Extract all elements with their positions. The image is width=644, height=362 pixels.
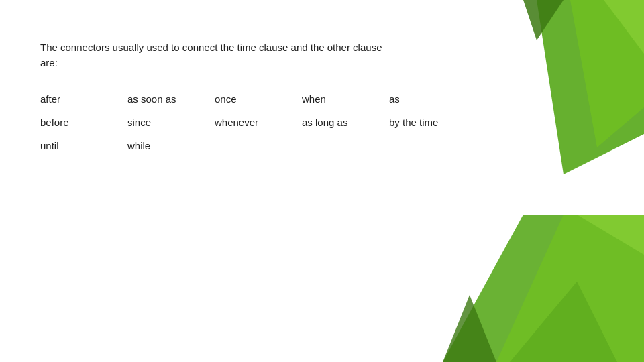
- main-content: The connectors usually used to connect t…: [0, 0, 644, 181]
- word-before: before: [40, 114, 127, 131]
- word-after: after: [40, 90, 127, 107]
- word-as: as: [389, 90, 476, 107]
- word-when: when: [302, 90, 389, 107]
- words-grid: after as soon as once when as before sin…: [40, 90, 604, 154]
- intro-text-line2: are:: [40, 57, 58, 68]
- word-as-soon-as: as soon as: [127, 90, 215, 107]
- word-by-the-time: by the time: [389, 114, 476, 131]
- intro-text-line1: The connectors usually used to connect t…: [40, 42, 382, 53]
- intro-paragraph: The connectors usually used to connect t…: [40, 40, 496, 70]
- svg-marker-8: [510, 282, 617, 362]
- word-once: once: [215, 90, 302, 107]
- word-empty-1: [215, 137, 302, 154]
- word-until: until: [40, 137, 127, 154]
- word-whenever: whenever: [215, 114, 302, 131]
- svg-marker-7: [443, 295, 496, 362]
- word-since: since: [127, 114, 215, 131]
- word-while: while: [127, 137, 215, 154]
- svg-marker-6: [577, 215, 644, 255]
- word-as-long-as: as long as: [302, 114, 389, 131]
- word-empty-3: [389, 137, 476, 154]
- svg-marker-5: [496, 215, 644, 362]
- svg-marker-4: [443, 215, 644, 362]
- bottom-right-decoration: [443, 215, 644, 362]
- slide: The connectors usually used to connect t…: [0, 0, 644, 362]
- word-empty-2: [302, 137, 389, 154]
